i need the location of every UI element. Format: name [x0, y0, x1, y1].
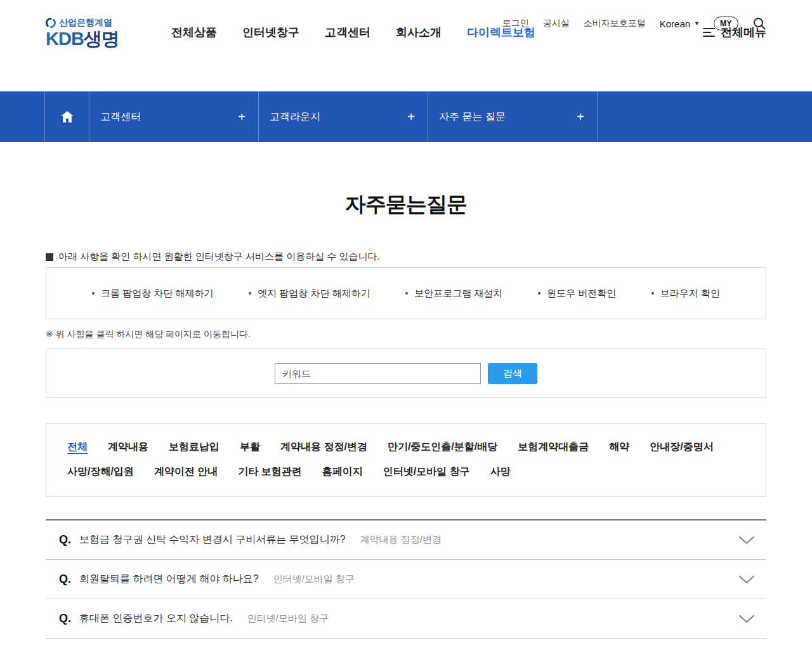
faq-category: 인터넷/모바일 창구	[247, 613, 329, 625]
faq-search-panel: 검색	[46, 348, 766, 398]
note-text: ※ 위 사항을 클릭 하시면 해당 페이지로 이동합니다.	[46, 329, 766, 340]
helper-link[interactable]: 엣지 팝업창 차단 해제하기	[249, 288, 370, 300]
home-icon	[60, 110, 74, 123]
category-tab[interactable]: 계약내용	[108, 441, 148, 454]
nav-item[interactable]: 고객센터	[325, 21, 370, 44]
breadcrumb-bar: 고객센터 + 고객라운지 + 자주 묻는 질문 +	[0, 91, 812, 142]
q-prefix: Q.	[59, 612, 71, 625]
notice-line: 아래 사항을 확인 하시면 원활한 인터넷창구 서비스를 이용하실 수 있습니다…	[46, 251, 766, 263]
faq-question: 회원탈퇴를 하려면 어떻게 해야 하나요?	[79, 573, 259, 586]
faq-list: Q. 보험금 청구권 신탁 수익자 변경시 구비서류는 무엇입니까? 계약내용 …	[46, 519, 766, 650]
helper-link-label: 윈도우 버전확인	[547, 288, 616, 300]
breadcrumb-dropdown[interactable]: 고객센터 +	[89, 91, 258, 142]
category-tab[interactable]: 사망/장해/입원	[67, 465, 134, 479]
faq-item[interactable]: Q. 휴대폰 인증번호가 오지 않습니다. 인터넷/모바일 창구	[46, 599, 766, 639]
chevron-down-icon	[738, 536, 755, 545]
header-search-button[interactable]	[752, 17, 766, 30]
square-bullet-icon	[46, 253, 53, 261]
helper-link-label: 엣지 팝업창 차단 해제하기	[258, 288, 370, 300]
kdb-logo[interactable]: 산업은행계열 KDB생명	[46, 17, 141, 48]
plus-icon: +	[577, 110, 584, 124]
bullet-dot-icon	[538, 292, 540, 295]
logo-affiliation: 산업은행계열	[59, 17, 112, 29]
breadcrumb-label: 고객센터	[100, 110, 141, 124]
faq-item[interactable]: Q. 보험금 청구권 신탁 수익자 변경시 구비서류는 무엇입니까? 계약내용 …	[46, 521, 766, 560]
notice-text: 아래 사항을 확인 하시면 원활한 인터넷창구 서비스를 이용하실 수 있습니다…	[58, 251, 380, 263]
breadcrumb-items: 고객센터 + 고객라운지 + 자주 묻는 질문 +	[89, 91, 597, 142]
utility-bar: 로그인 공시실 소비자보호포털 Korean ▼ MY	[502, 17, 766, 30]
keyword-input[interactable]	[275, 363, 481, 384]
category-tab[interactable]: 안내장/증명서	[650, 441, 713, 454]
helper-link[interactable]: 윈도우 버전확인	[538, 288, 616, 300]
my-page-button[interactable]: MY	[714, 17, 738, 30]
breadcrumb-label: 고객라운지	[270, 110, 320, 124]
bullet-dot-icon	[249, 292, 251, 295]
q-prefix: Q.	[59, 533, 71, 547]
logo-brand: KDB생명	[46, 30, 141, 48]
helper-link[interactable]: 브라우저 확인	[652, 288, 720, 300]
page-title: 자주묻는질문	[46, 190, 766, 219]
category-tab[interactable]: 보험계약대출금	[518, 441, 589, 454]
home-button[interactable]	[44, 91, 89, 142]
category-tab[interactable]: 보험료납입	[169, 441, 219, 454]
language-label: Korean	[660, 18, 690, 29]
helper-link-label: 크롬 팝업창 차단 해제하기	[101, 288, 214, 300]
faq-category: 인터넷/모바일 창구	[273, 573, 355, 585]
faq-item[interactable]: Q. 회원탈퇴를 하려면 어떻게 해야 하나요? 인터넷/모바일 창구	[46, 560, 766, 599]
category-tab[interactable]: 계약이전 안내	[154, 465, 218, 479]
plus-icon: +	[407, 110, 415, 124]
category-tab[interactable]: 사망	[490, 465, 511, 479]
category-tab[interactable]: 기타 보험관련	[238, 465, 301, 479]
q-prefix: Q.	[59, 573, 71, 586]
category-tab[interactable]: 인터넷/모바일 창구	[383, 465, 470, 479]
utility-link[interactable]: 로그인	[502, 18, 529, 29]
search-icon	[752, 17, 766, 30]
faq-question: 보험금 청구권 신탁 수익자 변경시 구비서류는 무엇입니까?	[79, 533, 346, 547]
chevron-down-icon	[738, 614, 755, 623]
category-tab[interactable]: 홈페이지	[322, 465, 363, 479]
helper-link[interactable]: 크롬 팝업창 차단 해제하기	[92, 288, 214, 300]
breadcrumb-spacer	[0, 91, 44, 142]
helper-link-label: 브라우저 확인	[660, 288, 720, 300]
helper-link-label: 보안프로그램 재설치	[414, 288, 502, 300]
nav-item[interactable]: 전체상품	[171, 21, 217, 44]
bullet-dot-icon	[652, 292, 654, 295]
bullet-dot-icon	[92, 292, 95, 295]
plus-icon: +	[238, 110, 246, 124]
language-selector[interactable]: Korean ▼	[660, 18, 700, 29]
helper-links-box: 크롬 팝업창 차단 해제하기 엣지 팝업창 차단 해제하기 보안프로그램 재설치…	[46, 267, 766, 319]
faq-category: 계약내용 정정/변경	[360, 534, 442, 546]
caret-down-icon: ▼	[694, 20, 700, 27]
search-button[interactable]: 검색	[488, 363, 537, 384]
helper-link[interactable]: 보안프로그램 재설치	[405, 288, 502, 300]
breadcrumb-dropdown[interactable]: 자주 묻는 질문 +	[428, 91, 597, 142]
category-filter: 전체 계약내용 보험료납입 부활 계약내용 정정/변경 만기/중도인출/분할/배…	[46, 423, 766, 497]
breadcrumb-filler	[597, 91, 812, 142]
kdb-logo-icon	[46, 18, 56, 28]
category-tab[interactable]: 만기/중도인출/분할/배당	[388, 441, 497, 454]
chevron-down-icon	[738, 575, 755, 584]
utility-link[interactable]: 소비자보호포털	[584, 18, 646, 29]
category-tab[interactable]: 해약	[609, 441, 629, 454]
logo-brand-kdb: KDB	[46, 29, 84, 49]
utility-link[interactable]: 공시실	[543, 18, 570, 29]
breadcrumb-label: 자주 묻는 질문	[439, 110, 506, 124]
category-tab[interactable]: 계약내용 정정/변경	[280, 441, 367, 454]
nav-item[interactable]: 회사소개	[396, 21, 442, 44]
nav-item[interactable]: 인터넷창구	[242, 21, 299, 44]
logo-brand-life: 생명	[84, 29, 119, 49]
breadcrumb-dropdown[interactable]: 고객라운지 +	[258, 91, 428, 142]
category-tab[interactable]: 전체	[67, 441, 88, 454]
site-header: 로그인 공시실 소비자보호포털 Korean ▼ MY	[0, 10, 812, 91]
utility-links: 로그인 공시실 소비자보호포털	[502, 18, 646, 29]
main-nav: 전체상품 인터넷창구 고객센터 회사소개 다이렉트보험	[171, 21, 535, 44]
faq-question: 휴대폰 인증번호가 오지 않습니다.	[79, 612, 233, 625]
bullet-dot-icon	[405, 292, 408, 295]
category-tab[interactable]: 부활	[240, 441, 260, 454]
faq-item[interactable]: Q. 네트워크 연결이 원활하지 않습니다. 인터넷/모바일 창구	[46, 639, 766, 650]
main-content: 자주묻는질문 아래 사항을 확인 하시면 원활한 인터넷창구 서비스를 이용하실…	[46, 190, 766, 650]
